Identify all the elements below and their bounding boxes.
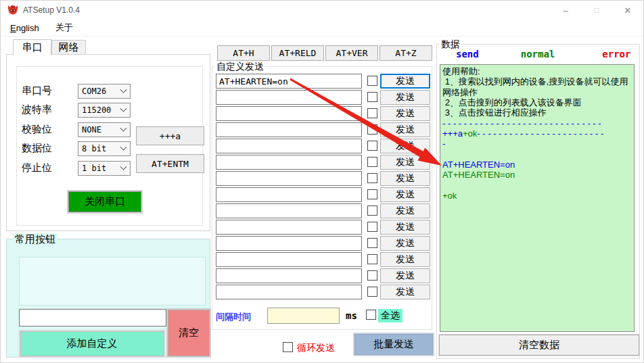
interval-input[interactable] xyxy=(267,308,340,324)
tab-serial[interactable]: 串口 xyxy=(13,39,51,55)
quick-button-at-z[interactable]: AT+Z xyxy=(380,45,432,61)
minimize-icon[interactable]: – xyxy=(550,1,581,20)
clear-data-button[interactable]: 清空数据 xyxy=(439,335,639,356)
clear-button[interactable]: 清空 xyxy=(168,310,210,356)
send-button-2[interactable]: 发送 xyxy=(380,90,430,105)
send-button-13[interactable]: 发送 xyxy=(380,268,430,283)
custom-command-input-2[interactable] xyxy=(216,90,362,105)
send-button-5[interactable]: 发送 xyxy=(380,139,430,153)
loop-send-label: 循环发送 xyxy=(297,342,335,354)
custom-command-input-7[interactable] xyxy=(216,171,362,186)
menu-item-1[interactable]: 关于 xyxy=(49,20,80,36)
custom-command-input-14[interactable] xyxy=(216,285,362,299)
send-checkbox-5[interactable] xyxy=(367,141,377,151)
log-line xyxy=(442,180,632,191)
send-checkbox-2[interactable] xyxy=(367,92,377,102)
app-window: ATSetup V1.0.4 – □ ✕ English关于 串口 网络 串口号… xyxy=(0,0,644,363)
custom-command-input-8[interactable] xyxy=(216,187,362,202)
interval-label: 间隔时间 xyxy=(216,311,251,323)
serial-field-label-2: 校验位 xyxy=(22,123,52,136)
send-button-7[interactable]: 发送 xyxy=(380,171,430,186)
send-checkbox-1[interactable] xyxy=(367,76,377,86)
serial-field-select-2[interactable]: NONE xyxy=(78,122,131,137)
log-line: 3、点击按钮进行相应操作 xyxy=(442,107,632,118)
close-icon[interactable]: ✕ xyxy=(612,1,643,20)
app-icon xyxy=(7,4,19,16)
send-button-4[interactable]: 发送 xyxy=(380,122,430,137)
log-line: - - - - - - - - - - - - - - - - - - - - … xyxy=(442,118,632,128)
log-line xyxy=(442,149,632,160)
chevron-down-icon xyxy=(120,143,127,150)
send-checkbox-10[interactable] xyxy=(367,222,377,232)
tab-network[interactable]: 网络 xyxy=(51,40,86,55)
serial-field-label-4: 停止位 xyxy=(22,162,52,174)
data-log[interactable]: 使用帮助: 1、搜索以找到网内的设备,搜到设备就可以使用网络操作 2、点击搜到的… xyxy=(440,64,635,332)
window-title: ATSetup V1.0.4 xyxy=(23,5,80,15)
send-button-12[interactable]: 发送 xyxy=(380,252,430,267)
send-checkbox-4[interactable] xyxy=(367,124,377,135)
serial-field-select-3[interactable]: 8 bit xyxy=(78,141,131,156)
serial-field-value-2: NONE xyxy=(82,125,101,135)
send-checkbox-14[interactable] xyxy=(367,287,377,297)
custom-command-input-3[interactable] xyxy=(216,106,362,121)
quick-button-at-h[interactable]: AT+H xyxy=(217,45,270,61)
at-entm-button[interactable]: AT+ENTM xyxy=(136,154,204,173)
log-line: 1、搜索以找到网内的设备,搜到设备就可以使用网络操作 xyxy=(442,76,632,97)
custom-command-name-input[interactable] xyxy=(19,309,166,326)
interval-unit: ms xyxy=(346,310,357,321)
menu-item-0[interactable]: English xyxy=(3,21,46,35)
serial-field-value-1: 115200 xyxy=(82,105,111,115)
custom-command-input-9[interactable] xyxy=(216,203,362,218)
send-button-14[interactable]: 发送 xyxy=(380,285,430,299)
send-button-6[interactable]: 发送 xyxy=(380,155,430,170)
batch-send-button[interactable]: 批量发送 xyxy=(354,334,433,355)
send-button-11[interactable]: 发送 xyxy=(380,236,430,251)
chevron-down-icon xyxy=(120,124,127,131)
legend-error: error xyxy=(602,49,630,62)
send-checkbox-7[interactable] xyxy=(367,173,377,183)
select-all-checkbox[interactable] xyxy=(366,310,376,320)
select-all-label[interactable]: 全选 xyxy=(378,309,402,322)
serial-field-value-0: COM26 xyxy=(82,87,106,96)
custom-command-input-13[interactable] xyxy=(216,268,362,283)
send-checkbox-9[interactable] xyxy=(367,205,377,216)
log-line: +ok xyxy=(442,191,632,201)
send-button-8[interactable]: 发送 xyxy=(380,187,430,202)
chevron-down-icon xyxy=(120,163,127,170)
custom-command-input-5[interactable] xyxy=(216,139,362,153)
log-line: 2、点击搜到的列表载入该设备界面 xyxy=(442,97,632,107)
custom-command-input-4[interactable] xyxy=(216,122,362,137)
custom-command-input-12[interactable] xyxy=(216,252,362,267)
close-serial-button[interactable]: 关闭串口 xyxy=(68,191,141,212)
plus-a-button[interactable]: +++a xyxy=(136,126,204,145)
serial-field-select-4[interactable]: 1 bit xyxy=(78,161,131,176)
send-button-3[interactable]: 发送 xyxy=(380,106,430,121)
common-buttons-list xyxy=(19,257,206,306)
serial-field-select-0[interactable]: COM26 xyxy=(78,84,131,99)
send-checkbox-8[interactable] xyxy=(367,189,377,199)
serial-field-label-1: 波特率 xyxy=(22,103,52,116)
maximize-icon[interactable]: □ xyxy=(581,1,612,20)
title-bar: ATSetup V1.0.4 – □ ✕ xyxy=(1,1,643,20)
serial-field-0: 串口号COM26 xyxy=(7,84,210,99)
add-custom-button[interactable]: 添加自定义 xyxy=(20,331,164,356)
custom-command-input-11[interactable] xyxy=(216,236,362,251)
send-button-1[interactable]: 发送 xyxy=(380,74,430,89)
custom-command-input-1[interactable] xyxy=(216,74,362,89)
send-checkbox-6[interactable] xyxy=(367,157,377,167)
custom-command-input-10[interactable] xyxy=(216,220,362,235)
loop-send-checkbox[interactable] xyxy=(283,342,293,352)
send-checkbox-13[interactable] xyxy=(367,270,377,281)
serial-field-select-1[interactable]: 115200 xyxy=(78,103,131,118)
send-checkbox-12[interactable] xyxy=(367,254,377,264)
quick-button-at-reld[interactable]: AT+RELD xyxy=(271,45,324,61)
quick-button-at-ver[interactable]: AT+VER xyxy=(325,45,378,61)
chevron-down-icon xyxy=(120,86,127,93)
log-line: AT+HEARTEN=on xyxy=(442,170,632,180)
send-checkbox-3[interactable] xyxy=(367,108,377,118)
send-checkbox-11[interactable] xyxy=(367,238,377,248)
custom-command-input-6[interactable] xyxy=(216,155,362,170)
send-button-10[interactable]: 发送 xyxy=(380,220,430,235)
serial-field-1: 波特率115200 xyxy=(7,103,210,118)
send-button-9[interactable]: 发送 xyxy=(380,203,430,218)
